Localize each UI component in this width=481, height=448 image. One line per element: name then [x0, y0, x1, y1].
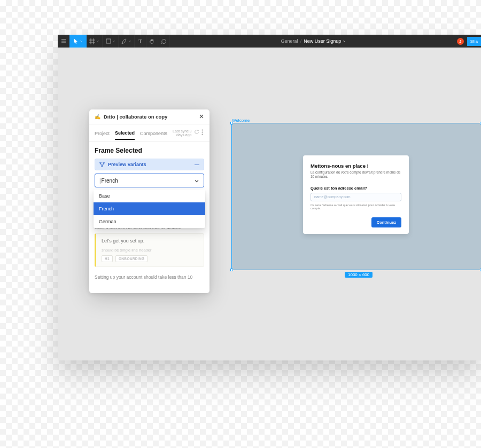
frame-size-pill: 1000 × 600	[345, 272, 373, 278]
text-icon: T	[138, 38, 142, 44]
pen-tool[interactable]	[119, 35, 135, 48]
svg-point-4	[100, 162, 102, 164]
figma-window: T General / New User Signup J Sha Wel	[58, 35, 481, 360]
shape-tool[interactable]	[103, 35, 119, 48]
ditto-logo-icon: ✍️	[95, 114, 100, 120]
comment-icon	[161, 38, 167, 44]
chevron-down-icon	[96, 40, 99, 42]
collapse-icon[interactable]: —	[195, 162, 199, 167]
frame-label[interactable]: Welcome	[232, 118, 250, 123]
branch-icon	[99, 162, 105, 167]
selection-handle-sw[interactable]	[230, 269, 233, 271]
chevron-down-icon	[128, 40, 131, 42]
variant-option-french[interactable]: French	[94, 202, 205, 215]
frame-selected-heading: Frame Selected	[95, 147, 204, 154]
frame-tool[interactable]	[87, 35, 103, 48]
selected-frame[interactable]: Mettons-nous en place ! La configuration…	[232, 123, 481, 270]
svg-point-3	[201, 134, 203, 135]
variant-select-value: French	[102, 178, 118, 184]
variant-option-base[interactable]: Base	[94, 190, 205, 202]
top-toolbar: T General / New User Signup J Sha	[58, 35, 481, 48]
tag-chip: ONBOARDING	[115, 255, 148, 262]
svg-point-1	[201, 130, 203, 131]
variant-dropdown: Base French German	[94, 190, 205, 228]
variant-select[interactable]: | French	[95, 174, 204, 187]
email-hint: Ce sera l'adresse e-mail que vous utilis…	[311, 203, 401, 210]
text-item-tags: H1 ONBOARDING	[102, 255, 198, 262]
pointer-icon	[73, 38, 79, 44]
signup-card: Mettons-nous en place ! La configuration…	[303, 155, 409, 234]
svg-point-5	[103, 162, 105, 164]
rectangle-icon	[106, 38, 111, 44]
tab-components[interactable]: Components	[140, 127, 167, 139]
ditto-plugin-panel: ✍️ Ditto | collaborate on copy Project S…	[89, 109, 210, 293]
plugin-tabs: Project Selected Components Last sync 3 …	[89, 124, 210, 142]
chevron-down-icon	[343, 40, 346, 42]
plugin-header: ✍️ Ditto | collaborate on copy	[89, 109, 210, 124]
email-field[interactable]: name@company.com	[311, 193, 401, 201]
text-item-note: should be single line header	[102, 248, 198, 253]
toolbar-right: J Sha	[457, 37, 481, 46]
breadcrumb-parent: General	[281, 38, 298, 44]
more-menu-button[interactable]	[201, 129, 203, 136]
comment-tool[interactable]	[158, 35, 170, 48]
avatar[interactable]: J	[457, 38, 464, 45]
chevron-down-icon	[80, 40, 83, 42]
hand-icon	[149, 38, 155, 44]
svg-point-6	[102, 166, 103, 167]
breadcrumb-current: New User Signup	[304, 38, 346, 44]
signup-title: Mettons-nous en place !	[311, 163, 401, 169]
text-item-card[interactable]: Let's get you set up. should be single l…	[95, 233, 204, 267]
signup-question: Quelle est ton adresse email?	[311, 186, 401, 191]
signup-subtitle: La configuration de votre compte devrait…	[311, 170, 401, 179]
text-item-value: Let's get you set up.	[102, 238, 198, 243]
tag-chip: H1	[102, 255, 113, 262]
tab-project[interactable]: Project	[95, 127, 110, 139]
tab-selected[interactable]: Selected	[115, 126, 135, 140]
plugin-title: Ditto | collaborate on copy	[104, 114, 167, 120]
svg-point-2	[201, 132, 203, 133]
text-tool[interactable]: T	[135, 35, 146, 48]
refresh-icon[interactable]	[194, 130, 199, 136]
text-item-preview[interactable]: Setting up your account should take less…	[95, 274, 204, 280]
svg-rect-0	[106, 39, 111, 43]
hand-tool[interactable]	[146, 35, 158, 48]
preview-variants-label: Preview Variants	[108, 162, 146, 167]
hamburger-icon	[61, 38, 66, 44]
main-menu-button[interactable]	[58, 35, 69, 48]
variant-option-german[interactable]: German	[94, 215, 205, 228]
frame-icon	[89, 38, 95, 44]
chevron-down-icon	[194, 178, 199, 184]
move-tool[interactable]	[69, 35, 87, 48]
last-sync-label: Last sync 3 days ago	[173, 129, 191, 137]
plugin-body: Frame Selected Preview Variants — | Fren…	[89, 142, 210, 280]
preview-variants-bar[interactable]: Preview Variants —	[95, 159, 204, 170]
canvas[interactable]: Welcome Mettons-nous en place ! La confi…	[58, 48, 481, 360]
close-button[interactable]	[199, 114, 204, 120]
continue-button[interactable]: Continuez	[371, 217, 401, 227]
breadcrumb[interactable]: General / New User Signup	[170, 38, 457, 44]
breadcrumb-separator: /	[300, 38, 302, 44]
share-button[interactable]: Sha	[467, 37, 481, 46]
chevron-down-icon	[112, 40, 115, 42]
pen-icon	[121, 38, 127, 44]
selection-handle-nw[interactable]	[230, 122, 233, 124]
